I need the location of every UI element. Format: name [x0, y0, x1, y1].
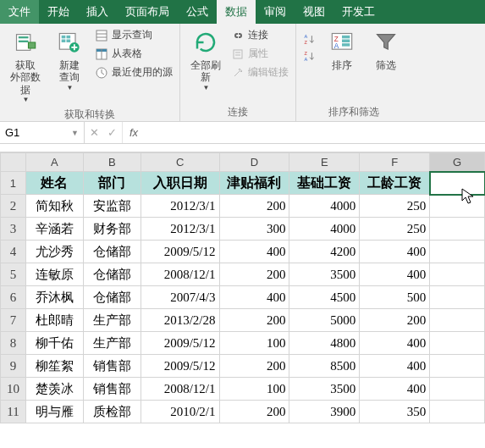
cell[interactable]: [430, 195, 485, 218]
sort-asc-button[interactable]: AZ: [301, 32, 318, 47]
enter-icon[interactable]: ✓: [107, 126, 117, 139]
cell[interactable]: 尤沙秀: [25, 241, 83, 263]
cell[interactable]: 销售部: [83, 378, 141, 401]
menu-review[interactable]: 审阅: [256, 0, 295, 24]
cell[interactable]: 2008/12/1: [141, 263, 219, 286]
col-header-g[interactable]: G: [430, 153, 485, 172]
cell[interactable]: 4500: [289, 286, 360, 309]
cell[interactable]: 简知秋: [25, 195, 83, 218]
row-header[interactable]: 3: [1, 218, 26, 241]
cell[interactable]: 辛涵若: [25, 218, 83, 241]
cell[interactable]: [430, 378, 485, 401]
edit-links-button[interactable]: 编辑链接: [229, 64, 290, 80]
row-header[interactable]: 5: [1, 263, 26, 286]
cell[interactable]: [430, 355, 485, 378]
properties-button[interactable]: 属性: [229, 46, 290, 62]
get-external-data-button[interactable]: 获取 外部数据 ▼: [5, 27, 46, 106]
cell[interactable]: 乔沐枫: [25, 286, 83, 309]
cell[interactable]: 销售部: [83, 355, 141, 378]
cell[interactable]: 400: [219, 241, 289, 263]
col-header-b[interactable]: B: [83, 153, 141, 172]
cell[interactable]: 仓储部: [83, 263, 141, 286]
cell[interactable]: 基础工资: [289, 172, 360, 195]
show-queries-button[interactable]: 显示查询: [93, 27, 174, 43]
menu-page-layout[interactable]: 页面布局: [117, 0, 178, 24]
cell[interactable]: 楚羡冰: [25, 378, 83, 401]
row-header[interactable]: 10: [1, 378, 26, 401]
menu-formula[interactable]: 公式: [178, 0, 217, 24]
cell[interactable]: 250: [360, 218, 430, 241]
row-header[interactable]: 4: [1, 241, 26, 263]
cell[interactable]: 柳笙絮: [25, 355, 83, 378]
cell[interactable]: 8500: [289, 355, 360, 378]
filter-button[interactable]: 筛选: [366, 27, 406, 73]
cell[interactable]: 200: [360, 309, 430, 332]
cell[interactable]: 300: [219, 218, 289, 241]
cell[interactable]: 仓储部: [83, 286, 141, 309]
cell[interactable]: 100: [219, 378, 289, 401]
cell[interactable]: 200: [219, 309, 289, 332]
from-table-button[interactable]: 从表格: [93, 46, 174, 62]
menu-developer[interactable]: 开发工: [333, 0, 383, 24]
cell[interactable]: 仓储部: [83, 241, 141, 263]
cell[interactable]: 100: [219, 332, 289, 355]
col-header-c[interactable]: C: [141, 153, 219, 172]
cell[interactable]: 4200: [289, 241, 360, 263]
sort-button[interactable]: ZA 排序: [322, 27, 362, 73]
cell[interactable]: 200: [219, 401, 289, 423]
row-header[interactable]: 8: [1, 332, 26, 355]
cell[interactable]: 4800: [289, 332, 360, 355]
menu-home[interactable]: 开始: [39, 0, 78, 24]
cell[interactable]: 财务部: [83, 218, 141, 241]
col-header-a[interactable]: A: [25, 153, 83, 172]
cell[interactable]: 4000: [289, 195, 360, 218]
cell[interactable]: 杜郎晴: [25, 309, 83, 332]
recent-sources-button[interactable]: 最近使用的源: [93, 64, 174, 80]
cell[interactable]: 3500: [289, 263, 360, 286]
cell[interactable]: 500: [360, 286, 430, 309]
cell[interactable]: 入职日期: [141, 172, 219, 195]
cell[interactable]: 200: [219, 355, 289, 378]
cell[interactable]: [430, 309, 485, 332]
menu-insert[interactable]: 插入: [78, 0, 117, 24]
cell[interactable]: 柳千佑: [25, 332, 83, 355]
cell[interactable]: 连敏原: [25, 263, 83, 286]
cancel-icon[interactable]: ✕: [90, 126, 99, 139]
cell[interactable]: 400: [360, 263, 430, 286]
row-header[interactable]: 11: [1, 401, 26, 423]
cell[interactable]: 2010/2/1: [141, 401, 219, 423]
cell[interactable]: 350: [360, 401, 430, 423]
row-header[interactable]: 6: [1, 286, 26, 309]
cell[interactable]: 安监部: [83, 195, 141, 218]
cell[interactable]: 部门: [83, 172, 141, 195]
cell[interactable]: 400: [219, 286, 289, 309]
refresh-all-button[interactable]: 全部刷新 ▼: [185, 27, 226, 93]
sort-desc-button[interactable]: ZA: [301, 49, 318, 64]
cell[interactable]: 生产部: [83, 332, 141, 355]
cell[interactable]: 4000: [289, 218, 360, 241]
menu-view[interactable]: 视图: [295, 0, 333, 24]
cell[interactable]: 5000: [289, 309, 360, 332]
cell[interactable]: 2009/5/12: [141, 241, 219, 263]
cell[interactable]: 2009/5/12: [141, 332, 219, 355]
cell[interactable]: 400: [360, 332, 430, 355]
name-box[interactable]: G1 ▼: [0, 122, 85, 143]
cell[interactable]: 生产部: [83, 309, 141, 332]
cell[interactable]: [430, 241, 485, 263]
cell[interactable]: 200: [219, 263, 289, 286]
cell[interactable]: 2013/2/28: [141, 309, 219, 332]
col-header-f[interactable]: F: [360, 153, 430, 172]
cell[interactable]: [430, 332, 485, 355]
menu-file[interactable]: 文件: [0, 0, 39, 24]
cell[interactable]: 3500: [289, 378, 360, 401]
cell[interactable]: [430, 401, 485, 423]
col-header-d[interactable]: D: [219, 153, 289, 172]
cell[interactable]: 2012/3/1: [141, 195, 219, 218]
cell[interactable]: 250: [360, 195, 430, 218]
row-header[interactable]: 9: [1, 355, 26, 378]
fx-icon[interactable]: fx: [123, 126, 145, 139]
cell[interactable]: 2009/5/12: [141, 355, 219, 378]
cell[interactable]: 400: [360, 241, 430, 263]
cell[interactable]: 工龄工资: [360, 172, 430, 195]
cell[interactable]: [430, 286, 485, 309]
